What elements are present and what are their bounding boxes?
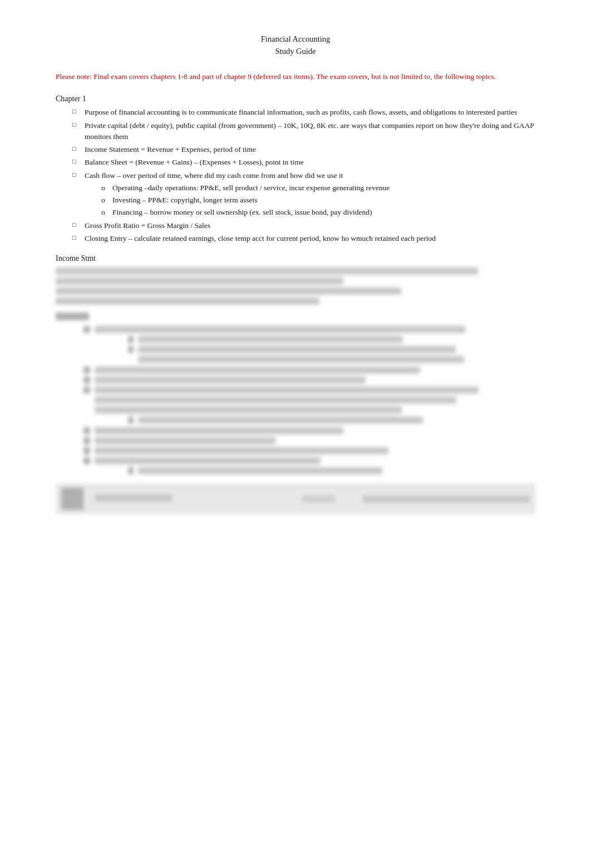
bullet-text-7: Closing Entry – calculate retained earni… <box>85 234 436 242</box>
bullet-item-1: Purpose of financial accounting is to co… <box>72 107 535 118</box>
bullet-text-1: Purpose of financial accounting is to co… <box>85 108 517 116</box>
blurred-bottom-bar <box>56 483 535 514</box>
bullet-item-6: Gross Profit Ratio = Gross Margin / Sale… <box>72 220 535 231</box>
sub-item-financing: Financing – borrow money or sell ownersh… <box>101 207 535 218</box>
blurred-content-area <box>56 267 535 514</box>
bullet-text-3: Income Statement = Revenue + Expenses, p… <box>85 145 256 153</box>
blurred-section-1 <box>56 267 535 305</box>
bullet-item-3: Income Statement = Revenue + Expenses, p… <box>72 144 535 155</box>
title-line1: Financial Accounting <box>56 33 535 46</box>
income-stmt-label: Income Stmt <box>56 254 535 263</box>
page-header: Financial Accounting Study Guide <box>56 33 535 58</box>
chapter1-heading: Chapter 1 <box>56 95 535 103</box>
notice-text: Please note: Final exam covers chapters … <box>56 71 535 83</box>
sub-text-operating: Operating –daily operations: PP&E, sell … <box>112 183 390 192</box>
notice-content: Please note: Final exam covers chapters … <box>56 72 496 81</box>
bullet-item-5: Cash flow – over period of time, where d… <box>72 170 535 219</box>
sub-item-operating: Operating –daily operations: PP&E, sell … <box>101 182 535 194</box>
sub-text-financing: Financing – borrow money or sell ownersh… <box>112 208 372 216</box>
bullet-text-2: Private capital (debt / equity), public … <box>85 121 534 141</box>
title-line2: Study Guide <box>56 46 535 58</box>
bullet-item-7: Closing Entry – calculate retained earni… <box>72 233 535 244</box>
chapter1-bullet-list: Purpose of financial accounting is to co… <box>56 107 535 244</box>
bullet-item-4: Balance Sheet = (Revenue + Gains) – (Exp… <box>72 157 535 168</box>
sub-list-cashflow: Operating –daily operations: PP&E, sell … <box>85 182 535 219</box>
bullet-text-4: Balance Sheet = (Revenue + Gains) – (Exp… <box>85 158 304 166</box>
bullet-text-5: Cash flow – over period of time, where d… <box>85 171 343 180</box>
sub-item-investing: Investing – PP&E: copyright, longer term… <box>101 195 535 206</box>
bullet-text-6: Gross Profit Ratio = Gross Margin / Sale… <box>85 221 210 230</box>
blurred-indent-block <box>56 326 535 474</box>
sub-text-investing: Investing – PP&E: copyright, longer term… <box>112 196 258 204</box>
bullet-item-2: Private capital (debt / equity), public … <box>72 120 535 143</box>
